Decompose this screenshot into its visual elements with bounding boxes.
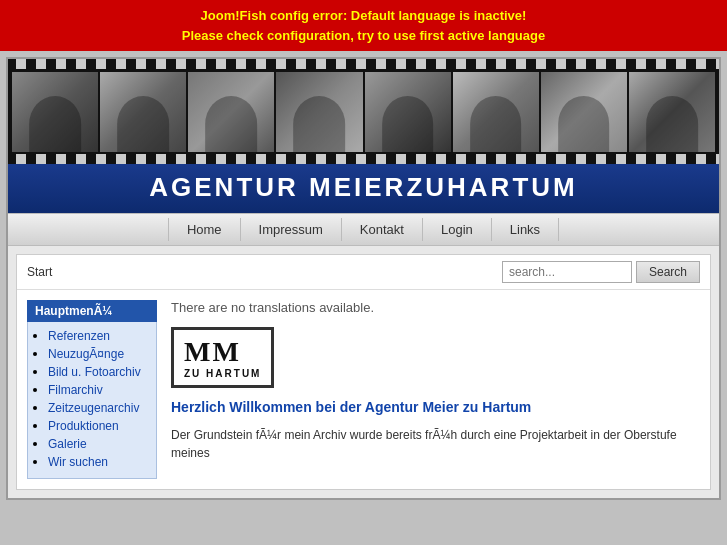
search-button[interactable]: Search [636,261,700,283]
list-item: Produktionen [48,418,152,433]
search-area: Search [502,261,700,283]
search-input[interactable] [502,261,632,283]
sidebar-title: HauptmenÃ¼ [27,300,157,322]
film-strip-header [8,59,719,164]
welcome-title: Herzlich Willkommen bei der Agentur Meie… [171,398,700,418]
welcome-text: Der Grundstein fÃ¼r mein Archiv wurde be… [171,426,700,462]
main-column: There are no translations available. MM … [157,300,700,479]
film-holes-top [8,59,719,69]
film-frame-3 [188,72,274,152]
sidebar-item-produktionen[interactable]: Produktionen [48,419,119,433]
nav-impressum[interactable]: Impressum [241,218,342,241]
breadcrumb: Start [27,265,52,279]
list-item: Zeitzeugenarchiv [48,400,152,415]
breadcrumb-bar: Start Search [17,255,710,290]
sidebar-item-neuzugaenge[interactable]: NeuzugÃ¤nge [48,347,124,361]
sidebar: HauptmenÃ¼ Referenzen NeuzugÃ¤nge Bild u… [27,300,157,479]
mm-logo-sub: ZU HARTUM [184,368,261,379]
mm-logo-letters: MM [184,336,261,368]
sidebar-nav-list: Referenzen NeuzugÃ¤nge Bild u. Fotoarchi… [32,328,152,469]
content-wrapper: Start Search HauptmenÃ¼ Referenzen Neuzu… [16,254,711,490]
outer-wrapper: AGENTUR MEIERzuHARTUM Home Impressum Kon… [6,57,721,500]
film-images [8,59,719,164]
film-frame-8 [629,72,715,152]
nav-login[interactable]: Login [423,218,492,241]
film-frame-6 [453,72,539,152]
nav-bar: Home Impressum Kontakt Login Links [8,213,719,246]
error-bar: Joom!Fish config error: Default language… [0,0,727,51]
error-line1: Joom!Fish config error: Default language… [10,6,717,26]
site-title: AGENTUR MEIERzuHARTUM [8,164,719,213]
sidebar-item-wir-suchen[interactable]: Wir suchen [48,455,108,469]
list-item: Wir suchen [48,454,152,469]
no-translations-text: There are no translations available. [171,300,700,315]
list-item: Bild u. Fotoarchiv [48,364,152,379]
error-line2: Please check configuration, try to use f… [10,26,717,46]
nav-links[interactable]: Links [492,218,559,241]
list-item: Galerie [48,436,152,451]
film-frame-5 [365,72,451,152]
film-holes-bottom [8,154,719,164]
nav-home[interactable]: Home [168,218,241,241]
main-layout: HauptmenÃ¼ Referenzen NeuzugÃ¤nge Bild u… [17,290,710,489]
sidebar-nav: Referenzen NeuzugÃ¤nge Bild u. Fotoarchi… [27,322,157,479]
list-item: Filmarchiv [48,382,152,397]
nav-kontakt[interactable]: Kontakt [342,218,423,241]
sidebar-item-filmarchiv[interactable]: Filmarchiv [48,383,103,397]
film-frame-4 [276,72,362,152]
film-frame-7 [541,72,627,152]
mm-logo: MM ZU HARTUM [171,327,274,388]
sidebar-item-zeitzeugen[interactable]: Zeitzeugenarchiv [48,401,139,415]
list-item: Referenzen [48,328,152,343]
sidebar-item-galerie[interactable]: Galerie [48,437,87,451]
sidebar-item-referenzen[interactable]: Referenzen [48,329,110,343]
list-item: NeuzugÃ¤nge [48,346,152,361]
film-frame-1 [12,72,98,152]
film-frame-2 [100,72,186,152]
sidebar-item-bild-foto[interactable]: Bild u. Fotoarchiv [48,365,141,379]
